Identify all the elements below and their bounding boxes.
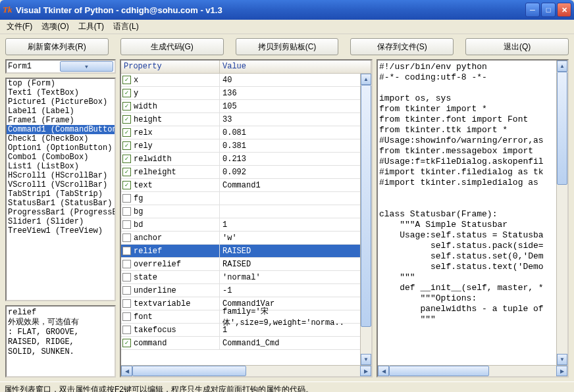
property-row[interactable]: fg — [121, 192, 360, 205]
menu-options[interactable]: 选项(O) — [38, 20, 72, 34]
list-item[interactable]: Frame1 (Frame) — [7, 116, 115, 125]
scroll-left-icon[interactable]: ◀ — [121, 366, 132, 376]
checkbox-icon[interactable] — [122, 286, 131, 295]
generate-code-button[interactable]: 生成代码(G) — [120, 38, 224, 55]
checkbox-icon[interactable] — [122, 233, 131, 242]
property-scroll-v[interactable]: ▲ ▼ — [360, 74, 371, 365]
checkbox-icon[interactable]: ✓ — [122, 181, 131, 189]
list-item[interactable]: top (Form) — [7, 79, 115, 88]
widget-list[interactable]: top (Form)Text1 (TextBox)Picture1 (Pictu… — [5, 78, 116, 301]
checkbox-icon[interactable] — [122, 220, 131, 229]
property-value[interactable]: 'w' — [220, 232, 360, 244]
property-scroll-h[interactable]: ◀ ▶ — [121, 365, 371, 376]
form-combo[interactable]: Form1 ▼ — [5, 59, 116, 74]
property-value[interactable]: 105 — [220, 100, 360, 112]
property-row[interactable]: reliefRAISED — [121, 245, 360, 258]
scroll-thumb-h[interactable] — [389, 366, 489, 376]
checkbox-icon[interactable]: ✓ — [122, 102, 131, 110]
property-value[interactable] — [220, 192, 360, 205]
checkbox-icon[interactable]: ✓ — [122, 339, 131, 347]
checkbox-icon[interactable]: ✓ — [122, 115, 131, 124]
list-item[interactable]: Combo1 (ComboBox) — [7, 153, 115, 162]
list-item[interactable]: Label1 (Label) — [7, 107, 115, 116]
property-row[interactable]: ✓relheight0.092 — [121, 166, 360, 179]
maximize-button[interactable]: □ — [541, 3, 556, 17]
property-value[interactable]: Command1 — [220, 179, 360, 191]
checkbox-icon[interactable]: ✓ — [122, 168, 131, 176]
scroll-down-icon[interactable]: ▼ — [361, 354, 371, 365]
scroll-up-icon[interactable]: ▲ — [557, 61, 567, 72]
property-value[interactable]: 1 — [220, 324, 360, 336]
property-row[interactable]: bg — [121, 205, 360, 218]
scroll-thumb-v[interactable] — [557, 72, 567, 185]
checkbox-icon[interactable] — [122, 326, 131, 334]
copy-clipboard-button[interactable]: 拷贝到剪贴板(C) — [236, 38, 339, 55]
list-item[interactable]: Command1 (CommandButton) — [7, 125, 115, 134]
menu-language[interactable]: 语言(L) — [109, 20, 143, 34]
property-row[interactable]: ✓commandCommand1_Cmd — [121, 337, 360, 350]
checkbox-icon[interactable] — [122, 273, 131, 282]
list-item[interactable]: TabStrip1 (TabStrip) — [7, 189, 115, 199]
property-row[interactable]: ✓x40 — [121, 74, 360, 87]
code-view[interactable]: #!/usr/bin/env python #-*- coding:utf-8 … — [378, 61, 556, 365]
checkbox-icon[interactable]: ✓ — [122, 76, 131, 84]
col-property[interactable]: Property — [121, 61, 220, 74]
property-value[interactable]: 0.092 — [220, 166, 360, 178]
property-value[interactable]: Command1_Cmd — [220, 337, 360, 349]
menu-tools[interactable]: 工具(T) — [74, 20, 108, 34]
property-row[interactable]: bd1 — [121, 218, 360, 232]
list-item[interactable]: Picture1 (PictureBox) — [7, 97, 115, 107]
property-row[interactable]: ✓height33 — [121, 113, 360, 126]
property-row[interactable]: state'normal' — [121, 271, 360, 284]
minimize-button[interactable]: ─ — [525, 3, 540, 17]
close-button[interactable]: ✕ — [557, 3, 571, 17]
scroll-up-icon[interactable]: ▲ — [361, 74, 371, 85]
property-value[interactable]: 33 — [220, 113, 360, 126]
property-value[interactable]: 40 — [220, 74, 360, 86]
property-value[interactable]: 0.213 — [220, 153, 360, 165]
scroll-right-icon[interactable]: ▶ — [556, 366, 567, 376]
checkbox-icon[interactable] — [122, 260, 131, 268]
property-row[interactable]: ✓relwidth0.213 — [121, 153, 360, 166]
list-item[interactable]: ProgressBar1 (ProgressBar) — [7, 208, 115, 217]
property-row[interactable]: underline-1 — [121, 284, 360, 297]
menu-file[interactable]: 文件(F) — [3, 20, 36, 34]
property-row[interactable]: ✓y136 — [121, 87, 360, 100]
property-value[interactable]: 0.081 — [220, 126, 360, 139]
checkbox-icon[interactable] — [122, 247, 131, 255]
col-value[interactable]: Value — [220, 61, 371, 74]
checkbox-icon[interactable]: ✓ — [122, 128, 131, 137]
exit-button[interactable]: 退出(Q) — [465, 38, 569, 55]
property-value[interactable] — [220, 205, 360, 218]
scroll-down-icon[interactable]: ▼ — [557, 354, 567, 365]
chevron-down-icon[interactable]: ▼ — [60, 61, 113, 72]
save-file-button[interactable]: 保存到文件(S) — [350, 38, 454, 55]
code-scroll-h[interactable]: ◀ ▶ — [378, 365, 567, 376]
property-value[interactable]: -1 — [220, 284, 360, 297]
checkbox-icon[interactable]: ✓ — [122, 89, 131, 97]
property-row[interactable]: ✓width105 — [121, 100, 360, 113]
property-value[interactable]: family='宋体',size=9,weight='norma.. — [220, 310, 360, 323]
list-item[interactable]: VScroll1 (VScrollBar) — [7, 180, 115, 189]
property-value[interactable]: 0.381 — [220, 139, 360, 152]
list-item[interactable]: Text1 (TextBox) — [7, 88, 115, 97]
list-item[interactable]: List1 (ListBox) — [7, 162, 115, 171]
scroll-thumb-h[interactable] — [132, 366, 246, 376]
code-scroll-v[interactable]: ▲ ▼ — [556, 61, 567, 365]
checkbox-icon[interactable] — [122, 299, 131, 308]
list-item[interactable]: StatusBar1 (StatusBar) — [7, 199, 115, 208]
list-item[interactable]: HScroll1 (HScrollBar) — [7, 171, 115, 180]
property-row[interactable]: takefocus1 — [121, 324, 360, 337]
property-value[interactable]: 136 — [220, 87, 360, 99]
property-value[interactable]: RAISED — [220, 258, 360, 270]
property-value[interactable]: 1 — [220, 218, 360, 231]
refresh-forms-button[interactable]: 刷新窗体列表(R) — [5, 38, 109, 55]
list-item[interactable]: Option1 (OptionButton) — [7, 143, 115, 153]
list-item[interactable]: TreeView1 (TreeView) — [7, 226, 115, 235]
list-item[interactable]: Slider1 (Slider) — [7, 217, 115, 226]
checkbox-icon[interactable] — [122, 207, 131, 216]
checkbox-icon[interactable] — [122, 194, 131, 203]
property-row[interactable]: ✓textCommand1 — [121, 179, 360, 192]
property-value[interactable]: RAISED — [220, 245, 360, 257]
scroll-thumb-v[interactable] — [361, 85, 371, 327]
